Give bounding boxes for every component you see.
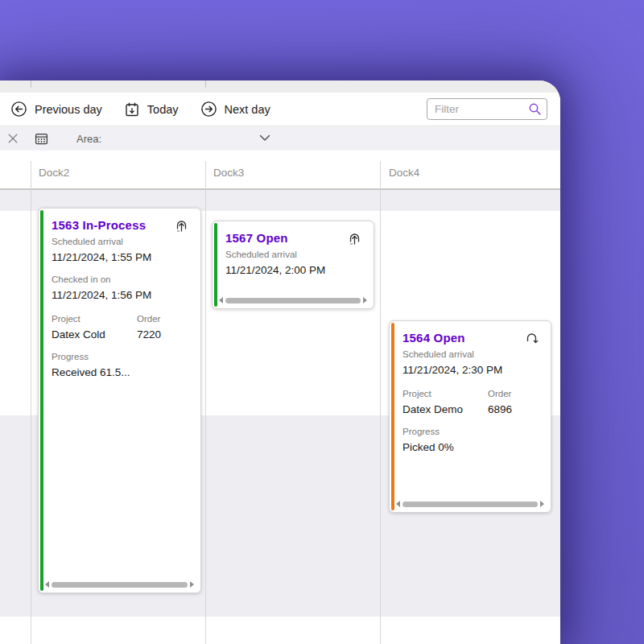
calendar-grid-icon[interactable] <box>35 132 48 146</box>
filter-box <box>427 98 547 120</box>
field-label: Order <box>137 313 161 325</box>
field-label: Progress <box>52 351 191 363</box>
field-value: 11/21/2024, 1:55 PM <box>52 250 191 265</box>
scroll-left-arrow-icon[interactable] <box>45 581 49 588</box>
area-filter-toolbar: Area: <box>0 126 560 151</box>
field-label: Checked in on <box>52 274 191 286</box>
inbound-dock-icon[interactable] <box>347 231 362 246</box>
field-value: Datex Cold <box>52 327 137 342</box>
field-value: 11/21/2024, 2:00 PM <box>225 262 364 278</box>
field-label: Scheduled arrival <box>402 349 541 361</box>
field-label: Project <box>52 313 137 325</box>
today-label: Today <box>147 103 179 116</box>
previous-day-button[interactable]: Previous day <box>10 101 102 118</box>
scroll-left-arrow-icon[interactable] <box>396 501 400 507</box>
field-label: Scheduled arrival <box>52 236 191 248</box>
appointment-card-1563[interactable]: 1563 In-Process Scheduled arrival 11/21/… <box>38 208 201 593</box>
scrollbar-thumb[interactable] <box>52 582 188 588</box>
inbound-dock-icon[interactable] <box>174 218 189 233</box>
scrollbar-thumb[interactable] <box>402 502 538 507</box>
field-label: Project <box>402 388 488 400</box>
card-horizontal-scrollbar[interactable] <box>396 500 544 508</box>
chevron-down-icon[interactable] <box>259 134 270 142</box>
appointment-title: 1563 In-Process <box>52 217 146 233</box>
scroll-left-arrow-icon[interactable] <box>219 297 223 303</box>
card-horizontal-scrollbar[interactable] <box>219 296 367 304</box>
arrow-left-circle-icon <box>10 101 27 118</box>
field-value: 7220 <box>137 327 161 342</box>
appointment-title: 1564 Open <box>402 330 465 346</box>
appointment-title: 1567 Open <box>225 230 288 246</box>
field-label: Order <box>488 388 512 400</box>
today-button[interactable]: Today <box>124 101 179 118</box>
area-label: Area: <box>76 133 101 145</box>
grid-tick <box>205 80 206 88</box>
next-day-button[interactable]: Next day <box>200 101 270 118</box>
status-accent-bar <box>391 323 394 510</box>
app-window: Previous day Today Next day <box>0 80 560 644</box>
field-label: Scheduled arrival <box>225 249 364 261</box>
column-divider <box>380 161 381 644</box>
appointment-card-1564[interactable]: 1564 Open Scheduled arrival 11/21/2024, … <box>389 320 551 513</box>
field-value: Picked 0% <box>402 440 541 455</box>
previous-day-label: Previous day <box>35 103 102 116</box>
field-value: Received 61.5... <box>52 365 191 380</box>
field-value: Datex Demo <box>402 402 488 417</box>
field-value: 11/21/2024, 2:30 PM <box>402 362 541 378</box>
date-navigation-toolbar: Previous day Today Next day <box>0 93 560 126</box>
scrollbar-thumb[interactable] <box>225 298 361 303</box>
window-top-edge <box>0 80 560 93</box>
status-accent-bar <box>40 210 43 591</box>
column-divider <box>31 161 31 644</box>
next-day-label: Next day <box>225 103 270 116</box>
calendar-today-icon <box>124 101 140 118</box>
column-divider <box>205 161 206 644</box>
search-icon[interactable] <box>528 102 542 119</box>
clear-filter-icon[interactable] <box>7 133 19 144</box>
outbound-dock-icon[interactable] <box>524 331 539 346</box>
column-header-dock3: Dock3 <box>213 167 244 179</box>
status-accent-bar <box>214 223 217 307</box>
column-header-dock2: Dock2 <box>39 167 69 179</box>
scroll-right-arrow-icon[interactable] <box>190 581 194 588</box>
header-separator-line <box>0 188 560 190</box>
card-horizontal-scrollbar[interactable] <box>45 580 194 588</box>
scroll-right-arrow-icon[interactable] <box>363 297 367 303</box>
field-label: Progress <box>402 426 541 438</box>
scroll-right-arrow-icon[interactable] <box>540 501 544 507</box>
field-value: 6896 <box>488 402 512 417</box>
desktop-background: Previous day Today Next day <box>0 0 644 644</box>
grid-tick <box>31 80 31 88</box>
column-header-dock4: Dock4 <box>389 167 419 179</box>
appointment-card-1567[interactable]: 1567 Open Scheduled arrival 11/21/2024, … <box>212 221 374 309</box>
field-value: 11/21/2024, 1:56 PM <box>52 287 191 303</box>
arrow-right-circle-icon <box>200 101 217 118</box>
